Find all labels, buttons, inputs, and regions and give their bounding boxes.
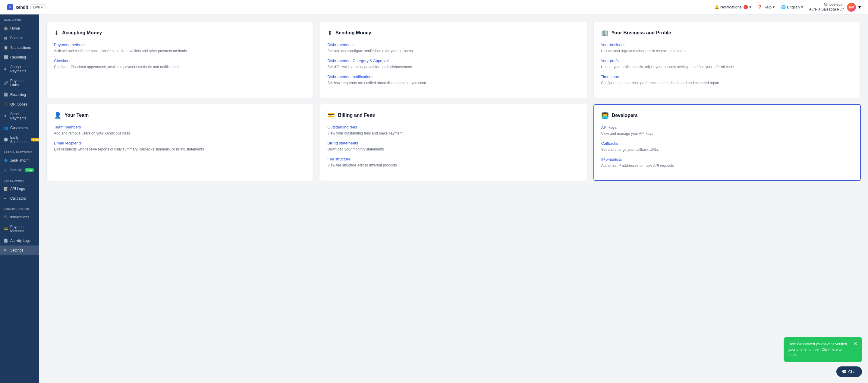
sending-money-icon: ⬆ — [327, 29, 333, 36]
topnav-left: ✕ xendit Live ▾ — [7, 4, 45, 10]
callbacks-icon: ↩ — [4, 196, 8, 201]
avatar: MP — [847, 3, 856, 12]
sidebar-item-label: xenPlatform — [10, 158, 30, 163]
card-title: Billing and Fees — [338, 113, 375, 118]
sidebar-item-label: Early Settlement — [10, 136, 27, 144]
toast-text: Hey! We noticed you haven't verified you… — [788, 342, 851, 358]
sidebar-item-label: Recurring — [10, 93, 26, 97]
sidebar-item-label: Activity Logs — [10, 239, 30, 243]
callbacks-link[interactable]: Callbacks — [601, 141, 853, 146]
sidebar-item-qr-codes[interactable]: ⬛ QR Codes — [0, 99, 39, 109]
card-header: 💳 Billing and Fees — [327, 112, 580, 119]
help-button[interactable]: ❓ Help ▾ — [757, 5, 775, 9]
sidebar-item-label: Accept Payments — [10, 65, 32, 73]
sidebar-item-xenplatform[interactable]: 🔷 xenPlatform — [0, 156, 39, 165]
sidebar-item-label: Callbacks — [10, 196, 26, 201]
topnav-right: 🔔 Notifications 7 ▾ ❓ Help ▾ 🌐 English ▾… — [714, 2, 861, 12]
activity-logs-icon: 📄 — [4, 239, 8, 243]
sidebar-item-recurring[interactable]: 🔄 Recurring — [0, 90, 39, 99]
time-zone-link[interactable]: Time zone — [601, 75, 853, 79]
sidebar-item-label: Integrations — [10, 215, 29, 219]
disbursement-notifications-link[interactable]: Disbursement notifications — [327, 75, 580, 79]
new-badge: New — [25, 168, 34, 172]
checkout-link[interactable]: Checkout — [54, 59, 306, 63]
sidebar-item-callbacks[interactable]: ↩ Callbacks — [0, 194, 39, 203]
card-header: 👨‍💻 Developers — [601, 112, 853, 119]
developers-icon: 👨‍💻 — [601, 112, 609, 119]
chat-widget[interactable]: 💬 Chat — [836, 366, 862, 377]
sidebar-item-reporting[interactable]: 📊 Reporting — [0, 53, 39, 62]
sidebar-item-balance[interactable]: ▤ Balance — [0, 33, 39, 43]
team-members-link[interactable]: Team members — [54, 125, 306, 129]
your-profile-desc: Update your profile details, adjust your… — [601, 64, 853, 70]
main-menu-label: MAIN MENU — [0, 14, 39, 24]
env-badge[interactable]: Live ▾ — [30, 4, 45, 10]
your-business-desc: Upload your logo and other public contac… — [601, 48, 853, 54]
sidebar: MAIN MENU 🏠 Home ▤ Balance 📋 Transaction… — [0, 14, 39, 383]
sidebar-item-api-logs[interactable]: 📝 API Logs — [0, 184, 39, 194]
sidebar-item-transactions[interactable]: 📋 Transactions — [0, 43, 39, 53]
reporting-icon: 📊 — [4, 55, 8, 59]
user-menu[interactable]: Minopelepon Aurelia Salsabila Putri MP ▾ — [809, 2, 861, 12]
chevron-down-icon: ▾ — [41, 5, 43, 9]
billing-statements-link[interactable]: Billing statements — [327, 141, 580, 145]
ip-whitelists-link[interactable]: IP whitelists — [601, 157, 853, 161]
sidebar-item-label: QR Codes — [10, 102, 27, 107]
sidebar-item-home[interactable]: 🏠 Home — [0, 24, 39, 33]
email-recipients-desc: Edit recipients who receive reports of d… — [54, 147, 306, 152]
integrations-icon: 🔌 — [4, 215, 8, 219]
toast-close-button[interactable]: ✕ — [853, 342, 857, 346]
api-keys-link[interactable]: API keys — [601, 125, 853, 130]
user-name-line1: Minopelepon — [809, 2, 844, 7]
your-profile-link[interactable]: Your profile — [601, 59, 853, 63]
xenplatform-icon: 🔷 — [4, 158, 8, 163]
see-all-icon: ⊞ — [4, 168, 8, 172]
cards-row-2: 👤 Your Team Team members Add and remove … — [46, 104, 861, 181]
disbursement-category-link[interactable]: Disbursement Category & Approval — [327, 59, 580, 63]
sidebar-item-label: Transactions — [10, 46, 31, 50]
outstanding-fees-link[interactable]: Outstanding fees — [327, 125, 580, 129]
payment-methods-link[interactable]: Payment methods — [54, 42, 306, 47]
topnav: ✕ xendit Live ▾ 🔔 Notifications 7 ▾ ❓ He… — [0, 0, 868, 14]
card-title: Accepting Money — [62, 30, 102, 36]
card-title: Developers — [612, 113, 638, 118]
billing-statements-desc: Download your monthly statements — [327, 147, 580, 152]
sidebar-item-settings[interactable]: ⚙ Settings — [0, 245, 39, 255]
sidebar-item-label: API Logs — [10, 187, 25, 191]
brand-name: xendit — [16, 5, 28, 10]
sidebar-item-payment-methods[interactable]: 💳 Payment Methods — [0, 222, 39, 236]
notifications-button[interactable]: 🔔 Notifications 7 ▾ — [714, 5, 751, 9]
chat-label: Chat — [848, 370, 857, 374]
payment-methods-icon: 💳 — [4, 227, 8, 231]
sidebar-item-activity-logs[interactable]: 📄 Activity Logs — [0, 236, 39, 245]
disbursements-link[interactable]: Disbursements — [327, 42, 580, 47]
sidebar-item-customers[interactable]: 👥 Customers — [0, 123, 39, 133]
transactions-icon: 📋 — [4, 46, 8, 50]
chevron-icon: › — [35, 82, 36, 84]
sidebar-item-accept-payments[interactable]: ⬇ Accept Payments › — [0, 62, 39, 76]
api-logs-icon: 📝 — [4, 187, 8, 191]
config-label: CONFIGURATION — [0, 203, 39, 212]
your-business-link[interactable]: Your business — [601, 42, 853, 47]
fee-structure-link[interactable]: Fee structure — [327, 157, 580, 161]
sidebar-item-label: Send Payments — [10, 112, 32, 120]
send-payments-icon: ⬆ — [4, 114, 8, 118]
email-recipients-link[interactable]: Email recipients — [54, 141, 306, 145]
billing-fees-icon: 💳 — [327, 112, 335, 119]
beta-badge: Beta — [31, 138, 39, 142]
sidebar-item-integrations[interactable]: 🔌 Integrations — [0, 212, 39, 222]
chevron-down-icon: ▾ — [858, 4, 861, 10]
card-header: ⬇ Accepting Money — [54, 29, 306, 36]
language-button[interactable]: 🌐 English ▾ — [781, 5, 803, 9]
api-keys-desc: View and manage your API keys — [601, 131, 853, 136]
sidebar-item-early-settlement[interactable]: 🕐 Early Settlement Beta — [0, 133, 39, 147]
sidebar-item-payment-links[interactable]: 🔗 Payment Links › — [0, 76, 39, 90]
help-icon: ❓ — [757, 5, 762, 9]
globe-icon: 🌐 — [781, 5, 786, 9]
sidebar-item-send-payments[interactable]: ⬆ Send Payments › — [0, 109, 39, 123]
toast-notification[interactable]: Hey! We noticed you haven't verified you… — [784, 337, 862, 362]
business-profile-icon: 🏢 — [601, 29, 609, 36]
sidebar-item-see-all[interactable]: ⊞ See All New — [0, 165, 39, 175]
sidebar-item-label: Customers — [10, 126, 28, 130]
sidebar-item-label: Balance — [10, 36, 23, 40]
